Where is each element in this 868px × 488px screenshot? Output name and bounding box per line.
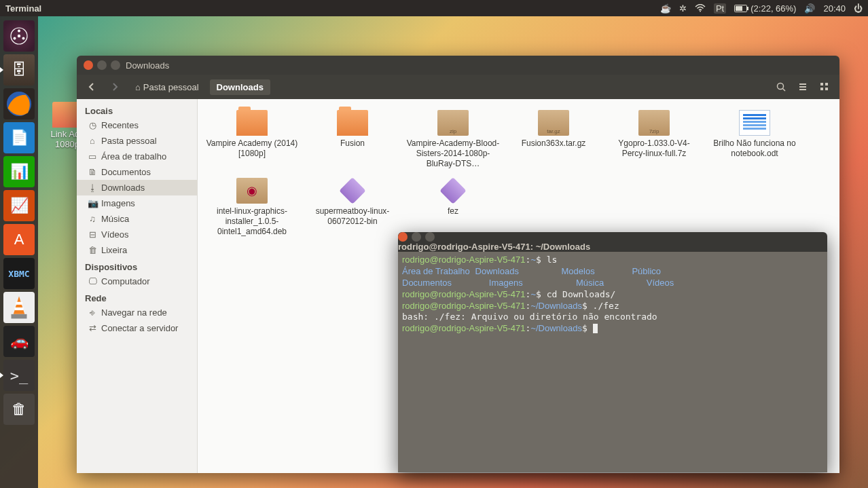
sidebar-heading-dispositivos: Dispositivos	[77, 258, 197, 274]
svg-point-0	[700, 11, 701, 12]
svg-point-5	[18, 35, 20, 37]
wifi-icon[interactable]	[695, 4, 706, 12]
terminal-window: rodrigo@rodrigo-Aspire-V5-471: ~/Downloa…	[398, 232, 827, 472]
nav-forward-button[interactable]	[105, 77, 124, 96]
svg-point-13	[778, 83, 784, 90]
terminal-titlebar[interactable]: rodrigo@rodrigo-Aspire-V5-471: ~/Downloa…	[398, 232, 827, 252]
sidebar-item-icon: ⇄	[88, 323, 97, 333]
sidebar-heading-rede: Rede	[77, 289, 197, 305]
file-item[interactable]: tar.gzFusion363x.tar.gz	[503, 109, 604, 176]
launcher-calc[interactable]: 📊	[3, 156, 35, 187]
launcher-xbmc[interactable]: XBMC	[3, 258, 35, 289]
launcher-dash[interactable]	[3, 20, 35, 52]
session-icon[interactable]: ⏻	[854, 3, 863, 14]
svg-rect-3	[736, 6, 742, 11]
launcher-writer[interactable]: 📄	[3, 122, 35, 153]
launcher-software[interactable]: A	[3, 224, 35, 255]
window-maximize-button[interactable]	[425, 232, 435, 242]
launcher-vlc[interactable]	[3, 292, 35, 323]
terminal-output[interactable]: rodrigo@rodrigo-Aspire-V5-471:~$ ls Área…	[398, 252, 827, 472]
window-maximize-button[interactable]	[111, 60, 120, 70]
sidebar-item-label: Imagens	[101, 198, 135, 208]
sidebar-item-label: Lixeira	[101, 245, 127, 255]
file-label: Ygopro-1.033.0-V4-Percy-linux-full.7z	[604, 138, 704, 159]
sidebar-item-icon: ⊟	[88, 229, 97, 240]
sidebar-item-label: Navegar na rede	[101, 307, 167, 318]
battery-indicator[interactable]: (2:22, 66%)	[734, 3, 796, 14]
sidebar-item-label: Pasta pessoal	[101, 136, 157, 146]
home-icon: ⌂	[135, 82, 141, 92]
file-label: Fusion363x.tar.gz	[519, 138, 589, 149]
sidebar-item-label: Vídeos	[101, 229, 128, 240]
sidebar-item-conectar-a-servidor[interactable]: ⇄Conectar a servidor	[77, 320, 197, 336]
sidebar-item-label: Recentes	[101, 120, 139, 130]
sidebar-item-icon: ⎆	[88, 307, 97, 318]
file-item[interactable]: ◉intel-linux-graphics-installer_1.0.5-0i…	[202, 176, 302, 244]
sidebar-item-icon: 🖵	[88, 276, 97, 286]
svg-point-7	[14, 37, 16, 40]
file-item[interactable]: Vampire Academy (2014) [1080p]	[202, 109, 302, 176]
file-item[interactable]: Brilho Não funciona no notebook.odt	[704, 109, 805, 176]
view-grid-button[interactable]	[815, 77, 834, 96]
sidebar-item-icon: 🗑	[88, 245, 97, 255]
clock[interactable]: 20:40	[823, 3, 846, 14]
files-toolbar: ⌂ Pasta pessoal Downloads	[77, 75, 839, 99]
nav-back-button[interactable]	[82, 77, 101, 96]
volume-icon[interactable]: 🔊	[804, 3, 815, 14]
window-close-button[interactable]	[84, 60, 93, 70]
launcher-terminal[interactable]: >_	[3, 360, 35, 391]
caffeine-icon[interactable]: ☕	[660, 3, 671, 14]
sidebar-item-v-deos[interactable]: ⊟Vídeos	[77, 227, 197, 242]
view-list-button[interactable]	[793, 77, 812, 96]
sidebar-item-label: Downloads	[101, 183, 145, 193]
search-button[interactable]	[772, 77, 791, 96]
launcher-firefox[interactable]	[3, 88, 35, 119]
path-home-button[interactable]: ⌂ Pasta pessoal	[128, 79, 206, 95]
file-label: Brilho Não funciona no notebook.odt	[704, 138, 805, 159]
sidebar-item--rea-de-trabalho[interactable]: ▭Área de trabalho	[77, 149, 197, 164]
sidebar-item-icon: ◷	[88, 120, 97, 130]
sidebar-heading-locais: Locais	[77, 102, 197, 117]
launcher-impress[interactable]: 📈	[3, 190, 35, 221]
sidebar-item-m-sica[interactable]: ♫Música	[77, 211, 197, 227]
launcher-trash[interactable]: 🗑	[3, 394, 35, 425]
file-item[interactable]: zipVampire-Academy-Blood-Sisters-2014-10…	[403, 109, 503, 176]
window-minimize-button[interactable]	[412, 232, 421, 242]
file-item[interactable]: Fusion	[302, 109, 403, 176]
file-label: fez	[445, 206, 461, 217]
sidebar-item-icon: 📷	[88, 198, 97, 208]
sidebar-item-computador[interactable]: 🖵Computador	[77, 274, 197, 289]
sidebar-item-label: Música	[101, 214, 129, 224]
launcher-car[interactable]: 🚗	[3, 326, 35, 357]
file-label: Fusion	[338, 138, 367, 149]
sidebar-item-recentes[interactable]: ◷Recentes	[77, 117, 197, 133]
svg-rect-2	[747, 7, 748, 10]
path-current-button[interactable]: Downloads	[210, 79, 270, 95]
svg-rect-20	[820, 88, 823, 90]
sidebar-item-label: Área de trabalho	[101, 151, 166, 162]
sidebar-item-imagens[interactable]: 📷Imagens	[77, 195, 197, 211]
sidebar-item-lixeira[interactable]: 🗑Lixeira	[77, 242, 197, 258]
terminal-window-title: rodrigo@rodrigo-Aspire-V5-471: ~/Downloa…	[398, 242, 827, 252]
launcher-files[interactable]: 🗄	[3, 54, 35, 86]
sidebar-item-pasta-pessoal[interactable]: ⌂Pasta pessoal	[77, 133, 197, 149]
files-sidebar: Locais ◷Recentes⌂Pasta pessoal▭Área de t…	[77, 99, 198, 473]
keyboard-layout[interactable]: Pt	[714, 3, 726, 14]
svg-point-6	[18, 30, 20, 33]
file-item[interactable]: supermeatboy-linux-06072012-bin	[302, 176, 403, 244]
sidebar-item-label: Documentos	[101, 167, 151, 177]
sidebar-item-navegar-na-rede[interactable]: ⎆Navegar na rede	[77, 305, 197, 320]
svg-rect-10	[12, 314, 27, 319]
file-label: Vampire-Academy-Blood-Sisters-2014-1080p…	[403, 138, 503, 169]
top-menu-bar: Terminal ☕ ✲ Pt (2:22, 66%) 🔊 20:40 ⏻	[0, 0, 868, 16]
sidebar-item-documentos[interactable]: 🗎Documentos	[77, 164, 197, 180]
file-label: intel-linux-graphics-installer_1.0.5-0in…	[202, 206, 302, 237]
brightness-icon[interactable]: ✲	[679, 3, 687, 14]
sidebar-item-icon: 🗎	[88, 167, 97, 177]
files-titlebar[interactable]: Downloads	[77, 56, 839, 75]
window-minimize-button[interactable]	[97, 60, 107, 70]
file-item[interactable]: 7zipYgopro-1.033.0-V4-Percy-linux-full.7…	[604, 109, 704, 176]
active-app-name[interactable]: Terminal	[5, 3, 41, 14]
sidebar-item-downloads[interactable]: ⭳Downloads	[77, 180, 197, 195]
window-close-button[interactable]	[398, 232, 408, 242]
